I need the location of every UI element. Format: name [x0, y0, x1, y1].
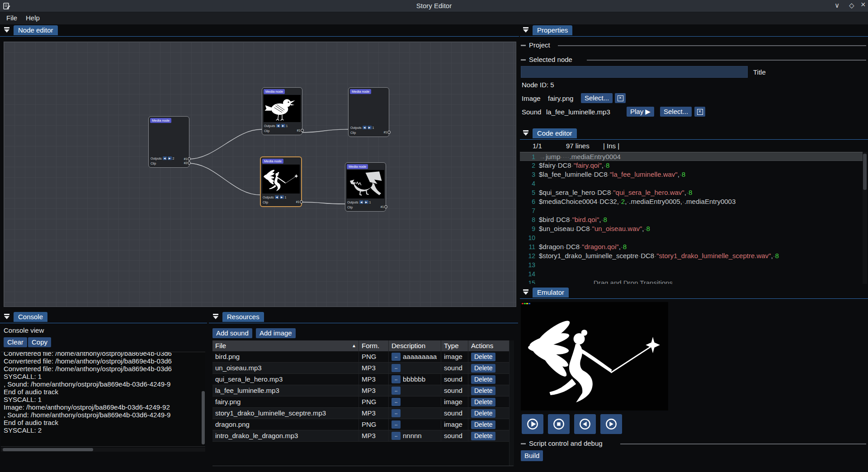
code-line[interactable]: 8$bird·DC8·"bird.qoi",·8	[520, 215, 863, 224]
edit-description-button[interactable]: ..	[392, 420, 401, 429]
next-output-button[interactable]: ▶	[368, 126, 372, 129]
tab-console[interactable]: Console	[14, 312, 47, 322]
column-header-file[interactable]: File▲	[212, 340, 359, 351]
edit-description-button[interactable]: ..	[392, 387, 401, 395]
column-header-format[interactable]: Form.	[359, 340, 389, 351]
node-canvas[interactable]: Media nodeOutputs◀▶2Clip#1#2Media nodeOu…	[4, 42, 516, 307]
menu-item-file[interactable]: File	[6, 14, 17, 22]
graph-node-5[interactable]: Media nodeOutputs◀▶1Clip#1	[345, 162, 386, 212]
table-row[interactable]: intro_drako_le_dragon.mp3MP3..nnnnnsound…	[212, 430, 509, 442]
table-row[interactable]: story1_drako_luminelle_sceptre.mp3MP3..s…	[212, 408, 509, 419]
delete-button[interactable]: Delete	[471, 375, 495, 384]
title-input[interactable]	[521, 66, 748, 78]
code-editor-scrollbar[interactable]	[863, 152, 867, 284]
tab-resources[interactable]: Resources	[222, 312, 264, 322]
code-line[interactable]: 7	[520, 206, 863, 215]
code-line[interactable]: 15 Drag and Drop Transitions	[520, 278, 863, 284]
table-row[interactable]: un_oiseau.mp3MP3..soundDelete	[212, 363, 509, 374]
output-pin[interactable]: #1	[381, 205, 387, 208]
table-row[interactable]: la_fee_luminelle.mp3MP3..soundDelete	[212, 385, 509, 396]
prev-output-button[interactable]: ◀	[276, 124, 280, 127]
code-line[interactable]: 13	[520, 260, 863, 269]
table-row[interactable]: bird.pngPNG..aaaaaaaaaimageDelete	[212, 351, 509, 363]
next-output-button[interactable]: ▶	[168, 156, 172, 160]
column-header-actions[interactable]: Actions	[468, 340, 509, 351]
console-log[interactable]: Convertered file: /home/anthony/ostproj/…	[1, 352, 205, 447]
add-sound-button[interactable]: Add sound	[212, 328, 252, 338]
graph-node-1[interactable]: Media nodeOutputs◀▶2Clip#1#2	[148, 116, 189, 168]
code-line[interactable]: 14	[520, 269, 863, 278]
tab-code-editor[interactable]: Code editor	[533, 128, 577, 138]
console-horizontal-scrollbar[interactable]	[1, 448, 205, 452]
tab-properties[interactable]: Properties	[533, 25, 572, 35]
output-pin[interactable]: #1	[384, 131, 391, 134]
output-pin[interactable]: #2	[184, 161, 191, 165]
edit-description-button[interactable]: ..	[392, 375, 401, 383]
collapse-icon[interactable]	[212, 313, 219, 319]
code-line[interactable]: 9$un_oiseau·DC8·"un_oiseau.wav",·8	[520, 224, 863, 233]
output-pin[interactable]: #1	[297, 129, 304, 132]
column-header-type[interactable]: Type	[441, 340, 468, 351]
graph-node-3[interactable]: Media nodeOutputs◀▶1Clip#1	[348, 87, 389, 137]
build-button[interactable]: Build	[521, 450, 543, 461]
edit-description-button[interactable]: ..	[392, 432, 401, 440]
code-editor-area[interactable]: 1→jump····.mediaEntry00042$fairy·DC8·"fa…	[520, 152, 863, 284]
console-copy-button[interactable]: Copy	[28, 337, 51, 347]
prev-output-button[interactable]: ◀	[363, 126, 367, 129]
edit-description-button[interactable]: ..	[392, 398, 401, 406]
edit-description-button[interactable]: ..	[392, 353, 401, 361]
output-pin[interactable]: #1	[184, 157, 191, 160]
output-pin[interactable]: #1	[296, 200, 303, 203]
add-image-button[interactable]: Add image	[256, 328, 296, 338]
tab-node-editor[interactable]: Node editor	[14, 25, 58, 35]
next-output-button[interactable]: ▶	[280, 195, 284, 199]
code-line[interactable]: 1→jump····.mediaEntry0004	[520, 152, 863, 161]
edit-description-button[interactable]: ..	[392, 364, 401, 372]
image-select-button[interactable]: Select...	[581, 93, 613, 103]
delete-button[interactable]: Delete	[471, 387, 495, 395]
column-header-description[interactable]: Description	[389, 340, 441, 351]
scrollbar-thumb[interactable]	[863, 154, 867, 190]
delete-button[interactable]: Delete	[471, 353, 495, 361]
tab-emulator[interactable]: Emulator	[533, 288, 569, 297]
code-line[interactable]: 2$fairy·DC8·"fairy.qoi",·8	[520, 161, 863, 170]
console-vertical-scrollbar[interactable]	[202, 391, 205, 444]
code-line[interactable]: 3$la_fee_luminelle·DC8·"la_fee_luminelle…	[520, 170, 863, 179]
sound-select-button[interactable]: Select...	[660, 107, 692, 117]
emulator-step-back-button[interactable]	[574, 414, 596, 434]
emulator-play-button[interactable]	[522, 414, 543, 434]
table-row[interactable]: dragon.pngPNG..imageDelete	[212, 419, 509, 430]
prev-output-button[interactable]: ◀	[163, 156, 167, 160]
delete-button[interactable]: Delete	[471, 432, 495, 440]
resources-scrollbar-track[interactable]	[509, 340, 514, 466]
minimize-icon[interactable]: ∨	[835, 1, 840, 9]
scrollbar-thumb[interactable]	[3, 448, 93, 451]
delete-button[interactable]: Delete	[471, 409, 495, 418]
code-line[interactable]: 11$dragon·DC8·"dragon.qoi",·8	[520, 242, 863, 251]
console-clear-button[interactable]: Clear	[4, 337, 27, 347]
image-clear-button[interactable]: ×	[615, 93, 626, 103]
table-row[interactable]: fairy.pngPNG..imageDelete	[212, 396, 509, 408]
menu-item-help[interactable]: Help	[26, 14, 40, 22]
prev-output-button[interactable]: ◀	[359, 200, 363, 204]
code-line[interactable]: 12$story1_drako_luminelle_sceptre·DC8·"s…	[520, 251, 863, 260]
table-row[interactable]: qui_sera_le_hero.mp3MP3..bbbbbbsoundDele…	[212, 374, 509, 385]
graph-node-2[interactable]: Media nodeOutputs◀▶1Clip#1	[262, 87, 302, 135]
collapse-icon[interactable]	[4, 27, 10, 33]
delete-button[interactable]: Delete	[471, 420, 495, 429]
collapse-icon[interactable]	[523, 27, 529, 33]
delete-button[interactable]: Delete	[471, 364, 495, 373]
code-line[interactable]: 6$mediaChoice0004·DC32,·2,·.mediaEntry00…	[520, 197, 863, 206]
next-output-button[interactable]: ▶	[281, 124, 285, 127]
code-line[interactable]: 5$qui_sera_le_hero·DC8·"qui_sera_le_hero…	[520, 188, 863, 197]
close-icon[interactable]: ×	[861, 0, 866, 9]
delete-button[interactable]: Delete	[471, 398, 495, 406]
maximize-icon[interactable]: ◇	[849, 1, 854, 9]
sound-play-button[interactable]: Play ▶	[627, 107, 654, 117]
code-line[interactable]: 10	[520, 233, 863, 242]
next-output-button[interactable]: ▶	[364, 200, 368, 204]
emulator-stop-button[interactable]	[548, 414, 570, 434]
edit-description-button[interactable]: ..	[392, 409, 401, 417]
graph-node-4[interactable]: Media nodeOutputs◀▶1Clip#1	[260, 156, 302, 207]
collapse-icon[interactable]	[4, 313, 10, 319]
